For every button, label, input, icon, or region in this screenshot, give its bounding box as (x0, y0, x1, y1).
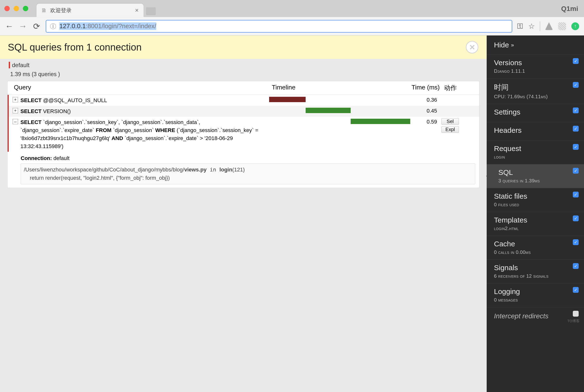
expand-toggle[interactable]: – (13, 119, 18, 124)
sel-button[interactable]: Sel (441, 118, 459, 125)
extension-icon-1[interactable] (545, 22, 553, 30)
panel-title: Logging (494, 288, 577, 296)
col-timeline: Timeline (272, 84, 408, 92)
checkbox-icon[interactable]: ✓ (573, 263, 579, 269)
forward-button: → (19, 22, 27, 31)
new-tab-button[interactable] (146, 7, 156, 15)
checkbox-icon[interactable]: ✓ (573, 82, 579, 88)
time-value: 0.36 (405, 96, 437, 103)
table-header: Query Timeline Time (ms) 动作 (8, 81, 479, 95)
extension-icon-3[interactable] (571, 22, 579, 30)
profile-label[interactable]: Q1mi (561, 5, 578, 13)
expl-button[interactable]: Expl (441, 126, 459, 133)
connection-name: default (9, 62, 30, 68)
checkbox-icon[interactable]: ✓ (573, 192, 579, 198)
panel-cache[interactable]: Cache0 calls in 0.00ms✓ (487, 236, 584, 260)
table-row: + SELECT @@SQL_AUTO_IS_NULL 0.36 (8, 95, 479, 106)
panel-request[interactable]: Requestlogin✓ (487, 140, 584, 164)
panel-title: 时间 (494, 82, 577, 92)
panel-title: Settings (494, 108, 577, 116)
col-query: Query (14, 84, 272, 92)
page-icon: 🗎 (41, 7, 47, 14)
separator (540, 22, 540, 31)
chevron-right-icon: » (511, 42, 514, 48)
panel-title: Request (494, 144, 577, 153)
connection-label: Connection: (21, 155, 52, 161)
connection-summary: 1.39 ms (3 queries ) (0, 70, 487, 81)
panel-signals[interactable]: Signals6 receivers of 12 signals✓ (487, 260, 584, 284)
browser-tab[interactable]: 🗎 欢迎登录 × (37, 4, 144, 17)
panel-title: SQL queries from 1 connection (8, 42, 142, 53)
panel-subtitle: 0 calls in 0.00ms (494, 250, 577, 255)
watermark: TO博客 (567, 319, 579, 324)
panel-title: Static files (494, 192, 577, 200)
code-path: /Users/liwenzhou/workspace/github/CoC/ab… (24, 166, 184, 173)
checkbox-icon[interactable]: ✓ (573, 126, 579, 132)
panel-logging[interactable]: Logging0 messages✓ (487, 284, 584, 307)
intercept-label: Intercept redirects (494, 312, 548, 320)
site-info-icon[interactable]: i (50, 23, 56, 29)
traceback-box: /Users/liwenzhou/workspace/github/CoC/ab… (21, 164, 475, 184)
panel-templates[interactable]: Templateslogin2.html✓ (487, 212, 584, 236)
panel-title: Headers (494, 126, 577, 134)
close-window-icon[interactable] (5, 6, 10, 11)
panel-settings[interactable]: Settings✓ (487, 104, 584, 122)
tab-title: 欢迎登录 (50, 7, 72, 14)
timeline-bar (306, 108, 351, 113)
maximize-window-icon[interactable] (23, 6, 28, 11)
checkbox-icon[interactable]: ✓ (573, 108, 579, 113)
address-bar[interactable]: i 127.0.0.1:8001/login/?next=/index/ (46, 20, 512, 32)
panel-title: Versions (494, 58, 577, 67)
checkbox-icon[interactable] (573, 311, 579, 316)
minimize-window-icon[interactable] (14, 6, 19, 11)
panel-static-files[interactable]: Static files0 files used✓ (487, 188, 584, 212)
page-content: SQL queries from 1 connection ✕ default … (0, 36, 487, 392)
reload-button[interactable]: ⟳ (32, 22, 41, 31)
intercept-redirects-panel[interactable]: Intercept redirects TO博客 (487, 307, 584, 325)
code-file: views.py (184, 166, 207, 173)
password-key-icon[interactable]: ⚿ (517, 22, 523, 30)
checkbox-icon[interactable]: ✓ (573, 58, 579, 64)
checkbox-icon[interactable]: ✓ (573, 287, 579, 293)
panel-sql[interactable]: SQL3 queries in 1.39ms✓ (487, 164, 584, 188)
expand-toggle[interactable]: + (13, 97, 18, 102)
col-time: Time (ms) (408, 84, 440, 92)
tab-strip: 🗎 欢迎登录 × Q1mi (0, 0, 584, 17)
expand-toggle[interactable]: + (13, 108, 18, 113)
checkbox-icon[interactable]: ✓ (573, 239, 579, 245)
panel-header: SQL queries from 1 connection ✕ (0, 36, 487, 59)
timeline-bar (269, 97, 306, 102)
panel-subtitle: CPU: 71.69ms (74.11ms) (494, 94, 577, 100)
window-controls (5, 6, 28, 11)
col-action: 动作 (440, 84, 462, 92)
panel-versions[interactable]: VersionsDjango 1.11.1✓ (487, 55, 584, 78)
panel-时间[interactable]: 时间CPU: 71.69ms (74.11ms)✓ (487, 78, 584, 104)
checkbox-icon[interactable]: ✓ (573, 168, 579, 174)
panel-title: Signals (494, 264, 577, 272)
panel-subtitle: 6 receivers of 12 signals (494, 273, 577, 279)
panel-subtitle: 3 queries in 1.39ms (494, 178, 577, 184)
back-button[interactable]: ← (5, 22, 14, 31)
panel-subtitle: Django 1.11.1 (494, 68, 577, 74)
url-host: 127.0.0.1 (59, 22, 86, 30)
hide-button[interactable]: Hide » (487, 36, 584, 55)
query-text: @@SQL_AUTO_IS_NULL (42, 97, 107, 103)
checkbox-icon[interactable]: ✓ (573, 216, 579, 221)
close-tab-icon[interactable]: × (135, 6, 139, 14)
debug-toolbar: Hide » VersionsDjango 1.11.1✓时间CPU: 71.6… (487, 36, 584, 392)
panel-headers[interactable]: Headers✓ (487, 122, 584, 140)
query-keyword: SELECT (21, 108, 42, 114)
bookmark-star-icon[interactable]: ☆ (528, 22, 535, 30)
panel-subtitle: 0 messages (494, 297, 577, 303)
timeline-bar (351, 119, 410, 124)
extension-icon-2[interactable] (558, 22, 566, 30)
panel-title: Cache (494, 240, 577, 248)
code-line: return render(request, "login2.html", {"… (24, 174, 472, 182)
checkbox-icon[interactable]: ✓ (573, 144, 579, 150)
code-fn: login (220, 166, 232, 173)
hide-label: Hide (494, 41, 509, 49)
expanded-details: Connection: default /Users/liwenzhou/wor… (8, 155, 479, 188)
close-panel-button[interactable]: ✕ (466, 41, 478, 54)
queries-table: Query Timeline Time (ms) 动作 + SELECT @@S… (7, 81, 479, 188)
extensions (545, 22, 579, 30)
